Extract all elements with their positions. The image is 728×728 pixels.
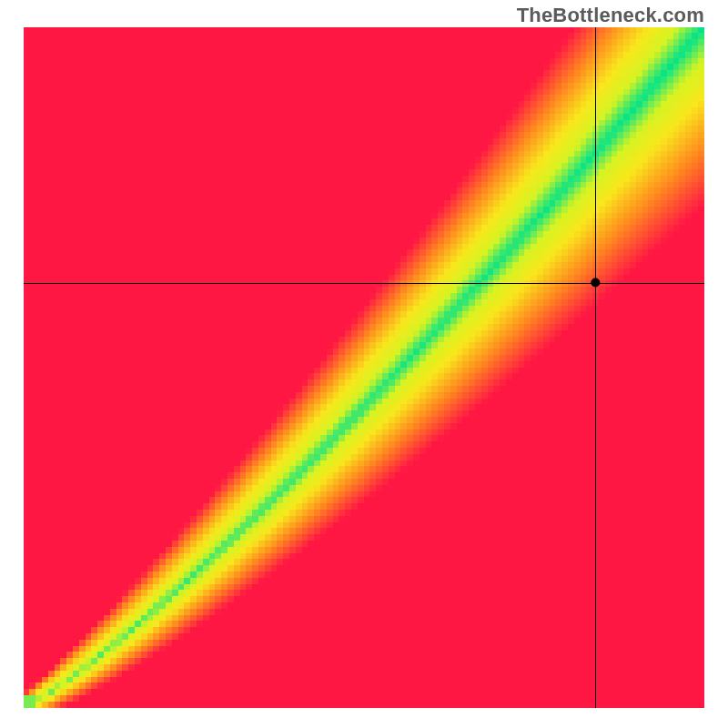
- bottleneck-heatmap: [24, 27, 704, 708]
- chart-container: TheBottleneck.com: [0, 0, 728, 728]
- watermark-text: TheBottleneck.com: [517, 4, 704, 27]
